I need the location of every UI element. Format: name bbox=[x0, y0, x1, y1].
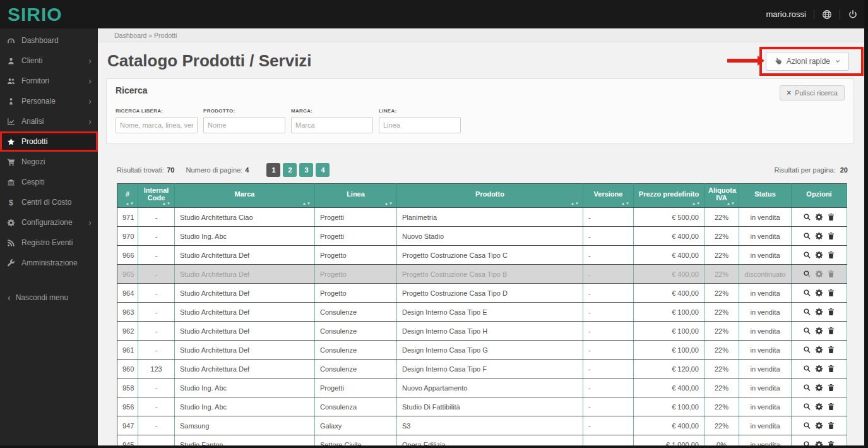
column-header-opzioni: Opzioni bbox=[792, 184, 847, 208]
sidebar-item-clienti[interactable]: Clienti› bbox=[0, 51, 98, 71]
sidebar-item-negozi[interactable]: Negozi bbox=[0, 152, 98, 172]
settings-button[interactable] bbox=[815, 289, 823, 297]
pagination-page-3[interactable]: 3 bbox=[299, 163, 313, 177]
delete-button[interactable] bbox=[827, 365, 835, 373]
settings-button[interactable] bbox=[815, 308, 823, 316]
app-window: SIRIO mario.rossi DashboardClienti›Forni… bbox=[0, 0, 868, 448]
cell-iva: 22% bbox=[705, 208, 739, 227]
search-input-ricerca-libera[interactable] bbox=[116, 117, 198, 133]
cell-prodotto: Progetto Costruzione Casa Tipo D bbox=[397, 284, 583, 303]
view-details-button[interactable] bbox=[803, 346, 811, 354]
delete-button[interactable] bbox=[827, 289, 835, 297]
settings-button[interactable] bbox=[815, 403, 823, 411]
sidebar-item-fornitori[interactable]: Fornitori› bbox=[0, 71, 98, 91]
sort-arrows-icon[interactable]: ▲▼ bbox=[571, 202, 580, 205]
sidebar-item-prodotti[interactable]: Prodotti bbox=[0, 131, 98, 152]
sidebar-item-registro-eventi[interactable]: Registro Eventi bbox=[0, 233, 98, 253]
close-icon: × bbox=[787, 89, 791, 97]
delete-button[interactable] bbox=[827, 232, 835, 240]
sidebar-item-amministrazione[interactable]: Amministrazione bbox=[0, 253, 98, 273]
cell-prezzo: € 100,00 bbox=[634, 341, 705, 360]
settings-button[interactable] bbox=[815, 384, 823, 392]
settings-button[interactable] bbox=[815, 251, 823, 259]
pagination-page-1[interactable]: 1 bbox=[266, 163, 280, 177]
sidebar-item-configurazione[interactable]: Configurazione› bbox=[0, 212, 98, 233]
column-header-prezzo[interactable]: Prezzo predefinito▲▼ bbox=[634, 184, 705, 208]
view-details-button[interactable] bbox=[803, 327, 811, 335]
delete-button[interactable] bbox=[827, 308, 835, 316]
delete-button[interactable] bbox=[827, 251, 835, 259]
search-input-marca[interactable] bbox=[291, 117, 373, 133]
cell-iva: 22% bbox=[705, 341, 739, 360]
delete-button[interactable] bbox=[827, 384, 835, 392]
breadcrumb[interactable]: Dashboard » Prodotti bbox=[98, 28, 868, 42]
delete-button[interactable] bbox=[827, 346, 835, 354]
username[interactable]: mario.rossi bbox=[766, 9, 806, 19]
collapse-menu-button[interactable]: ‹ Nascondi menu bbox=[0, 288, 98, 307]
table-row-956: 956-Studio Ing. AbcConsulenzaStudio Di F… bbox=[117, 397, 847, 416]
sort-arrows-icon[interactable]: ▲▼ bbox=[621, 202, 630, 205]
cell-opzioni bbox=[792, 322, 847, 341]
cell-marca: Studio Ing. Abc bbox=[175, 227, 315, 246]
column-header-num[interactable]: #▲▼ bbox=[117, 184, 138, 208]
globe-icon[interactable] bbox=[822, 9, 832, 20]
cell-marca: Studio Architettura Def bbox=[175, 246, 315, 265]
cell-versione: - bbox=[583, 416, 634, 435]
sort-arrows-icon[interactable]: ▲▼ bbox=[302, 202, 311, 205]
column-header-linea[interactable]: Linea▲▼ bbox=[315, 184, 397, 208]
delete-button[interactable] bbox=[827, 327, 835, 335]
cell-opzioni bbox=[792, 360, 847, 378]
view-details-button[interactable] bbox=[803, 384, 811, 392]
cell-prodotto: Design Interno Casa Tipo H bbox=[397, 322, 583, 341]
cell-prodotto: S3 bbox=[397, 416, 583, 435]
sidebar-item-centri-di-costo[interactable]: $Centri di Costo bbox=[0, 192, 98, 212]
cell-prezzo: € 400,00 bbox=[634, 227, 705, 246]
column-header-prodotto[interactable]: Prodotto▲▼ bbox=[397, 184, 583, 208]
column-header-label: Prezzo predefinito bbox=[639, 190, 699, 198]
pagination-page-2[interactable]: 2 bbox=[283, 163, 297, 177]
delete-button[interactable] bbox=[827, 213, 835, 221]
column-header-label: Marca bbox=[235, 190, 255, 198]
view-details-button[interactable] bbox=[803, 421, 811, 430]
delete-button[interactable] bbox=[827, 403, 835, 411]
column-header-iva[interactable]: Aliquota IVA▲▼ bbox=[705, 184, 739, 208]
view-details-button[interactable] bbox=[803, 289, 811, 297]
quick-actions-button[interactable]: Azioni rapide bbox=[766, 52, 849, 71]
sort-arrows-icon[interactable]: ▲▼ bbox=[692, 202, 701, 205]
column-header-versione[interactable]: Versione▲▼ bbox=[583, 184, 634, 208]
delete-button[interactable] bbox=[827, 421, 835, 430]
column-header-code[interactable]: Internal Code▲▼ bbox=[138, 184, 175, 208]
settings-button[interactable] bbox=[815, 365, 823, 373]
view-details-button[interactable] bbox=[803, 251, 811, 259]
settings-button[interactable] bbox=[815, 213, 823, 221]
sort-arrows-icon[interactable]: ▲▼ bbox=[162, 202, 171, 205]
settings-button[interactable] bbox=[815, 270, 823, 278]
pagination-page-4[interactable]: 4 bbox=[316, 163, 330, 177]
sidebar-item-cespiti[interactable]: Cespiti bbox=[0, 172, 98, 192]
column-header-marca[interactable]: Marca▲▼ bbox=[175, 184, 315, 208]
sort-arrows-icon[interactable]: ▲▼ bbox=[126, 202, 134, 205]
settings-button[interactable] bbox=[815, 327, 823, 335]
sidebar-item-personale[interactable]: Personale› bbox=[0, 91, 98, 111]
settings-button[interactable] bbox=[815, 421, 823, 430]
cell-code: - bbox=[138, 341, 175, 360]
power-icon[interactable] bbox=[848, 9, 858, 20]
app-logo[interactable]: SIRIO bbox=[8, 4, 62, 25]
settings-button[interactable] bbox=[815, 232, 823, 240]
view-details-button[interactable] bbox=[803, 403, 811, 411]
sidebar-item-analisi[interactable]: Analisi› bbox=[0, 111, 98, 131]
sort-arrows-icon[interactable]: ▲▼ bbox=[384, 202, 393, 205]
view-details-button[interactable] bbox=[803, 365, 811, 373]
view-details-button[interactable] bbox=[803, 213, 811, 221]
delete-button[interactable] bbox=[827, 270, 835, 278]
search-input-prodotto[interactable] bbox=[203, 117, 285, 133]
view-details-button[interactable] bbox=[803, 270, 811, 278]
sidebar-item-dashboard[interactable]: Dashboard bbox=[0, 30, 98, 51]
cell-prezzo: € 120,00 bbox=[634, 360, 705, 378]
settings-button[interactable] bbox=[815, 346, 823, 354]
view-details-button[interactable] bbox=[803, 308, 811, 316]
sort-arrows-icon[interactable]: ▲▼ bbox=[727, 202, 735, 205]
clear-search-button[interactable]: × Pulisci ricerca bbox=[780, 85, 845, 100]
search-input-linea[interactable] bbox=[379, 117, 461, 133]
view-details-button[interactable] bbox=[803, 232, 811, 240]
